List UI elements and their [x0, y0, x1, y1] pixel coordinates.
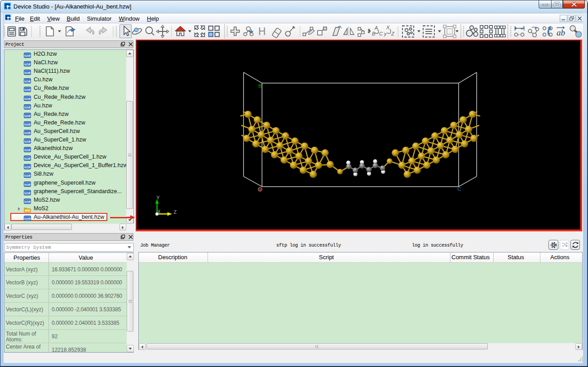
svg-text:Z: Z [174, 209, 177, 215]
svg-text:X: X [158, 209, 161, 214]
svg-text:Z: Z [391, 31, 395, 36]
svg-text:Y: Y [156, 195, 160, 200]
svg-text:A: A [374, 25, 378, 31]
svg-text:y: y [384, 31, 387, 36]
svg-text:B: B [372, 31, 375, 36]
svg-text:C: C [379, 31, 383, 36]
svg-text:B: B [258, 83, 262, 88]
svg-text:ab: ab [557, 28, 565, 37]
svg-text:X: X [386, 25, 390, 30]
svg-text:C: C [458, 186, 461, 192]
svg-text:H: H [258, 26, 266, 37]
